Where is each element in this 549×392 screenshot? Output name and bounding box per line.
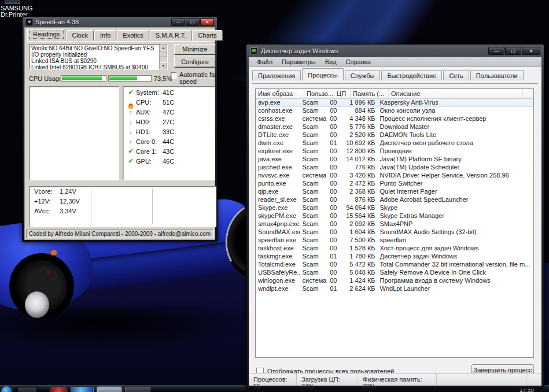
- printer-icon[interactable]: [5, 0, 20, 4]
- temperature-row[interactable]: GPU: 46C: [127, 157, 215, 165]
- process-row[interactable]: DTLite.exe Scam 00 2 520 КБ DAEMON Tools…: [256, 131, 533, 139]
- status-resize-grip[interactable]: [526, 373, 541, 386]
- column-header-image-name[interactable]: Имя образа: [256, 89, 304, 98]
- process-cpu: 00: [327, 115, 342, 123]
- taskbar-active-app-icon[interactable]: [97, 387, 121, 392]
- maximize-icon[interactable]: ▢: [505, 47, 521, 55]
- speedfan-tabs: ReadingsClockInfoExoticsS.M.A.R.T.Charts: [27, 30, 223, 40]
- process-row[interactable]: winlogon.exe система 00 1 424 КБ Програм…: [256, 277, 533, 285]
- process-user: Scam: [300, 99, 328, 107]
- column-header-description[interactable]: Описание: [389, 89, 523, 98]
- process-row[interactable]: USBSafelyRe... Scam 00 5 048 КБ Safely R…: [256, 269, 533, 277]
- process-row[interactable]: SoundMAX.exe Scam 00 1 604 КБ SoundMAX A…: [256, 228, 533, 236]
- taskmgr-tab[interactable]: Пользователи: [470, 70, 524, 80]
- taskmgr-statusbar: Процессов: 55 Загрузка ЦП: 74% Физическа…: [249, 373, 541, 386]
- configure-button[interactable]: Configure: [174, 57, 216, 68]
- temperature-value: 44C: [163, 138, 174, 145]
- process-row[interactable]: jusched.exe Scam 00 776 КБ Java(TM) Upda…: [256, 164, 533, 172]
- process-row[interactable]: nvvsvc.exe система 00 3 420 КБ NVIDIA Dr…: [256, 172, 533, 180]
- process-name: DTLite.exe: [256, 131, 300, 139]
- temperature-row[interactable]: Core 0: 44C: [127, 137, 215, 146]
- process-cpu: 00: [327, 245, 342, 253]
- taskmgr-tab[interactable]: Быстродействие: [381, 70, 442, 80]
- menu-item[interactable]: Параметры: [277, 58, 320, 65]
- speedfan-log[interactable]: ▲ ▼ Win9x:NO 64Bit:NO GiveIO:NO SpeedFan…: [29, 44, 168, 70]
- process-row[interactable]: dwm.exe Scam 01 10 692 КБ Диспетчер окон…: [256, 139, 533, 147]
- process-row[interactable]: qip.exe Scam 00 2 368 КБ Quiet Internet …: [256, 188, 533, 196]
- taskmgr-tab[interactable]: Службы: [345, 70, 381, 80]
- process-row[interactable]: dmaster.exe Scam 00 5 776 КБ Download Ma…: [256, 123, 533, 131]
- taskbar-browser-icon[interactable]: [71, 387, 94, 392]
- menu-item[interactable]: Вид: [320, 58, 341, 65]
- process-name: wndlpt.exe: [256, 285, 300, 293]
- process-row[interactable]: taskhost.exe Scam 00 1 528 КБ Хост-проце…: [256, 245, 533, 253]
- taskbar-player-icon[interactable]: [125, 387, 150, 392]
- temperature-status-icon: [127, 147, 135, 155]
- process-row[interactable]: wndlpt.exe Scam 01 2 624 КБ WndLpt Launc…: [256, 285, 533, 293]
- process-memory: 5 048 КБ: [342, 269, 377, 277]
- menu-item[interactable]: Файл: [252, 58, 277, 65]
- taskmgr-tab[interactable]: Сеть: [443, 70, 469, 80]
- process-row[interactable]: Skype.exe Scam 00 94 064 КБ Skype: [256, 204, 533, 212]
- scroll-thumb[interactable]: [160, 51, 167, 57]
- process-row[interactable]: speedfan.exe Scam 00 7 500 КБ speedfan: [256, 236, 533, 245]
- process-row[interactable]: csrss.exe система 00 4 348 КБ Процесс ис…: [256, 115, 533, 123]
- taskmgr-tab[interactable]: Приложения: [252, 70, 301, 80]
- process-row[interactable]: java.exe Scam 00 14 012 КБ Java(TM) Plat…: [256, 156, 533, 164]
- speedfan-tab[interactable]: Charts: [192, 30, 222, 40]
- start-button[interactable]: [1, 386, 12, 392]
- process-row[interactable]: Totalcmd.exe Scam 00 5 472 КБ Total Comm…: [256, 261, 533, 269]
- scroll-up-icon[interactable]: ▲: [160, 45, 167, 51]
- temperature-row[interactable]: CPU: 51C: [127, 98, 215, 106]
- process-description: Quiet Internet Pager: [378, 188, 533, 196]
- process-cpu: 00: [327, 196, 342, 204]
- close-icon[interactable]: ✕: [200, 19, 214, 26]
- column-header-cpu[interactable]: ЦП: [334, 89, 351, 98]
- scroll-down-icon[interactable]: ▼: [160, 62, 167, 69]
- process-user: Scam: [300, 139, 328, 147]
- temperature-row[interactable]: HD0: 27C: [127, 117, 215, 126]
- auto-fan-label: Automatic fan speed: [179, 71, 220, 85]
- process-user: Scam: [300, 285, 328, 293]
- process-memory: 884 КБ: [342, 107, 377, 115]
- column-header-user[interactable]: Пользо...: [304, 89, 334, 98]
- temperature-name: AUX:: [136, 109, 160, 116]
- process-row[interactable]: smax4pnp.exe Scam 00 2 092 КБ SMax4PNP: [256, 220, 533, 228]
- process-memory: 7 500 КБ: [342, 236, 377, 245]
- menu-item[interactable]: Справка: [341, 58, 375, 65]
- taskbar-window-icon[interactable]: [17, 387, 37, 392]
- taskbar-opera-icon[interactable]: [50, 387, 67, 392]
- process-row[interactable]: taskmgr.exe Scam 01 1 780 КБ Диспетчер з…: [256, 253, 533, 261]
- voltage-name: Vcore:: [34, 188, 60, 197]
- process-row[interactable]: conhost.exe Scam 00 884 КБ Окно консоли …: [256, 107, 533, 115]
- process-name: jusched.exe: [256, 164, 300, 172]
- process-row[interactable]: explorer.exe Scam 00 12 800 КБ Проводник: [256, 147, 533, 156]
- minimize-app-button[interactable]: Minimize: [174, 44, 216, 55]
- temperature-row[interactable]: HD1: 33C: [127, 127, 215, 136]
- process-cpu: 00: [327, 131, 342, 139]
- close-icon[interactable]: ✕: [522, 47, 540, 55]
- process-row[interactable]: reader_sl.exe Scam 00 876 КБ Adobe Acrob…: [256, 196, 533, 204]
- column-header-memory[interactable]: Память (...: [351, 89, 389, 98]
- temperature-row[interactable]: Core 1: 43C: [127, 147, 215, 156]
- speedfan-tab[interactable]: Exotics: [117, 30, 149, 40]
- speedfan-tab[interactable]: S.M.A.R.T.: [150, 30, 192, 40]
- minimize-icon[interactable]: —: [488, 47, 504, 55]
- taskmgr-tab[interactable]: Процессы: [302, 68, 343, 80]
- temperature-row[interactable]: AUX: 47C: [127, 108, 215, 116]
- process-user: Scam: [300, 261, 328, 269]
- process-user: Scam: [300, 147, 328, 156]
- speedfan-tab[interactable]: Readings: [27, 29, 65, 40]
- temperature-row[interactable]: System: 41C: [127, 88, 215, 97]
- speedfan-tab[interactable]: Clock: [66, 30, 94, 40]
- maximize-icon[interactable]: ▢: [186, 19, 200, 26]
- process-row[interactable]: avp.exe Scam 00 1 896 КБ Kaspersky Anti-…: [256, 99, 533, 107]
- process-row[interactable]: skypePM.exe Scam 00 15 564 КБ Skype Extr…: [256, 212, 533, 220]
- process-name: winlogon.exe: [256, 277, 300, 285]
- log-scrollbar[interactable]: ▲ ▼: [159, 45, 167, 69]
- process-memory: 12 800 КБ: [342, 147, 377, 156]
- temperature-value: 43C: [163, 148, 174, 155]
- minimize-icon[interactable]: —: [171, 19, 185, 26]
- process-row[interactable]: punto.exe Scam 00 2 472 КБ Punto Switche…: [256, 180, 533, 188]
- speedfan-tab[interactable]: Info: [94, 30, 116, 40]
